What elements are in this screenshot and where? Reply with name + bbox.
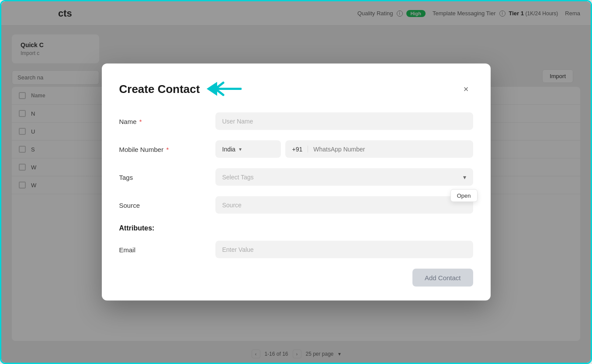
modal-title: Create Contact [119,82,200,96]
mobile-label: Mobile Number * [119,145,215,153]
source-input[interactable] [215,196,473,214]
name-required-indicator: * [138,117,142,125]
chevron-down-icon: ▾ [239,146,242,152]
source-field [215,196,473,214]
source-label: Source [119,201,215,209]
source-form-row: Source [119,196,473,214]
mobile-required-indicator: * [164,145,169,153]
tags-label: Tags [119,173,215,181]
name-form-row: Name * [119,113,473,130]
email-input[interactable] [215,241,473,258]
mobile-field: India ▾ +91 [215,141,473,158]
email-form-row: Email [119,241,473,258]
modal-header: Create Contact × [119,79,473,99]
phone-number-input[interactable] [313,141,466,158]
phone-code: +91 [292,146,308,153]
name-field [215,113,473,130]
attributes-heading: Attributes: [119,224,473,232]
svg-marker-0 [207,82,217,96]
modal-footer: Add Contact [119,269,473,287]
name-input[interactable] [215,113,473,130]
open-tooltip: Open [450,189,478,202]
phone-row: India ▾ +91 [215,141,473,158]
tags-chevron-icon: ▾ [463,174,466,181]
tags-placeholder: Select Tags [222,174,254,181]
country-select[interactable]: India ▾ [215,141,281,158]
email-label: Email [119,246,215,253]
screen-wrapper: cts Quality Rating i High Template Messa… [0,0,592,364]
email-field [215,241,473,258]
name-label: Name * [119,117,215,125]
modal-title-row: Create Contact [119,79,242,99]
country-name: India [222,146,235,153]
tags-field: Select Tags ▾ Open [215,168,473,186]
mobile-form-row: Mobile Number * India ▾ +91 [119,141,473,158]
create-contact-modal: Create Contact × Name * [102,64,491,301]
tags-form-row: Tags Select Tags ▾ Open [119,168,473,186]
add-contact-button[interactable]: Add Contact [412,269,473,287]
tags-select[interactable]: Select Tags ▾ [215,168,473,186]
arrow-pointer-icon [207,79,242,99]
phone-input-group: +91 [285,141,473,158]
close-button[interactable]: × [459,82,473,96]
